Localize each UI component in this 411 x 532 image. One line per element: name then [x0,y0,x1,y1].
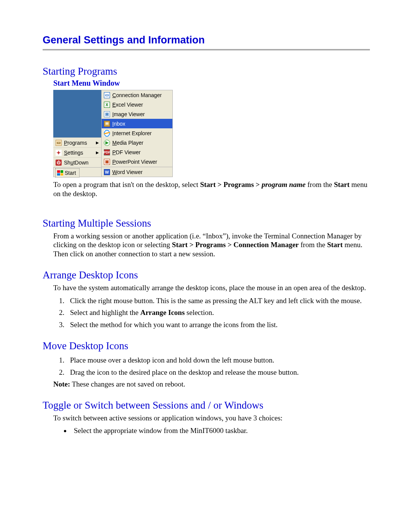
program-item-word-viewer[interactable]: WWord Viewer [102,167,172,177]
program-item-internet-explorer[interactable]: Internet Explorer [102,128,172,138]
start-menu-item-label: Settings [64,150,94,156]
start-button-label: Start [65,170,76,176]
section-heading-move-icons: Move Desktop Icons [43,340,370,352]
conn-icon: ▭ [104,92,110,98]
program-item-image-viewer[interactable]: ▣Image Viewer [102,109,172,119]
program-item-label: Word Viewer [112,169,170,175]
ppt-icon: ▣ [104,159,110,165]
start-menu-figure: ▭Programs▶✦Settings▶⏻ShutDown ▭Connectio… [53,90,173,177]
word-icon: W [104,169,110,175]
program-item-label: PDF Viewer [112,149,170,155]
media-icon: ▶ [104,140,110,146]
list-item: Select the method for which you want to … [66,320,370,329]
start-button[interactable]: Start [55,168,80,177]
section-heading-starting-programs: Starting Programs [43,66,370,77]
list-item: Drag the icon to the desired place on th… [66,368,370,377]
program-item-media-player[interactable]: ▶Media Player [102,138,172,147]
section-heading-multiple-sessions: Starting Multiple Sessions [43,217,370,229]
start-menu-programs-submenu: ▭Connection ManagerXExcel Viewer▣Image V… [101,90,173,167]
list-item: Select and highlight the Arrange Icons s… [66,308,370,317]
start-menu-item-label: Programs [64,140,94,146]
program-item-label: PowerPoint Viewer [112,159,170,165]
title-rule [43,49,370,50]
start-menu-left-column: ▭Programs▶✦Settings▶⏻ShutDown [53,90,101,167]
subhead-start-menu-window: Start Menu Window [53,79,370,88]
program-item-label: Connection Manager [112,92,170,98]
list-item: Place mouse over a desktop icon and hold… [66,356,370,365]
start-menu-item-label: ShutDown [64,160,99,166]
list-item: Select the appropriate window from the M… [71,427,370,435]
program-item-pdf-viewer[interactable]: PDFPDF Viewer [102,147,172,157]
start-menu-item-shutdown[interactable]: ⏻ShutDown [53,157,101,167]
program-item-excel-viewer[interactable]: XExcel Viewer [102,100,172,109]
toggle-switch-intro: To switch between active sessions or app… [53,414,370,423]
program-item-label: Media Player [112,140,170,146]
img-icon: ▣ [104,111,110,117]
taskbar: Start [53,167,101,177]
submenu-arrow-icon: ▶ [96,141,99,145]
xls-icon: X [104,102,110,108]
arrange-icons-steps: Click the right mouse button. This is th… [53,296,370,329]
program-item-label: Inbox [112,121,170,127]
toggle-switch-bullets: Select the appropriate window from the M… [58,427,370,435]
page-title: General Settings and Information [43,34,370,46]
program-item-powerpoint-viewer[interactable]: ▣PowerPoint Viewer [102,157,172,166]
windows-flag-icon [57,170,63,176]
start-menu-item-programs[interactable]: ▭Programs▶ [53,137,101,147]
move-icons-steps: Place mouse over a desktop icon and hold… [53,356,370,377]
section-heading-arrange-icons: Arrange Desktop Icons [43,269,370,281]
move-icons-note: Note: These changes are not saved on reb… [53,380,370,389]
section-heading-toggle-switch: Toggle or Switch between Sessions and / … [43,399,370,411]
pdf-icon: PDF [104,149,110,155]
start-menu-item-settings[interactable]: ✦Settings▶ [53,147,101,157]
program-item-label: Image Viewer [112,111,170,117]
list-item: Click the right mouse button. This is th… [66,296,370,305]
start-menu-programs-submenu-tail: WWord Viewer [101,167,173,177]
program-item-label: Excel Viewer [112,102,170,108]
ie-icon [104,130,110,136]
program-item-connection-manager[interactable]: ▭Connection Manager [102,90,172,100]
inbox-icon: ✉ [104,121,110,127]
multiple-sessions-paragraph: From a working session or another applic… [53,232,370,259]
set-icon: ✦ [56,150,62,156]
starting-programs-paragraph: To open a program that isn't on the desk… [53,180,370,198]
document-page: General Settings and Information Startin… [0,0,411,532]
program-item-label: Internet Explorer [112,130,170,136]
prog-icon: ▭ [56,140,62,146]
arrange-icons-intro: To have the system automatically arrange… [53,283,370,292]
shut-icon: ⏻ [56,160,62,166]
program-item-inbox[interactable]: ✉Inbox [102,119,172,128]
submenu-arrow-icon: ▶ [96,150,99,155]
